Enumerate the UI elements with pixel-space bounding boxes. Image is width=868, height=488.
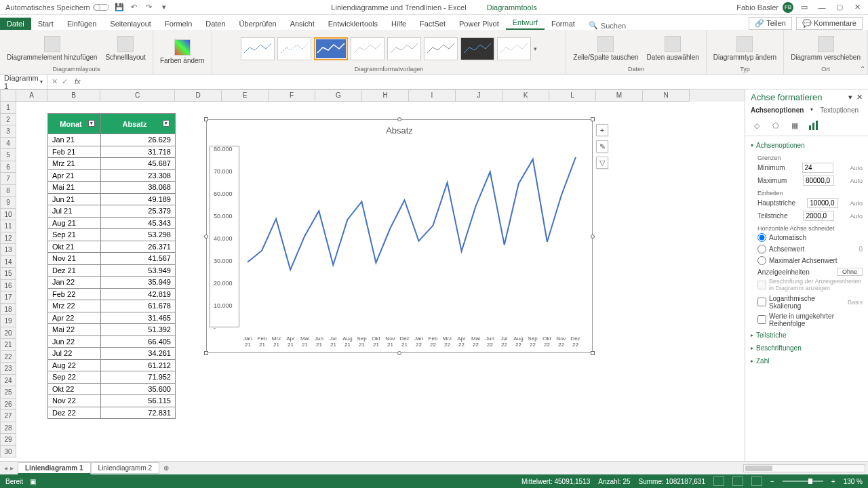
filter-icon[interactable]: ▾ <box>88 120 95 127</box>
resize-handle[interactable] <box>591 117 595 121</box>
zoom-out-icon[interactable]: − <box>770 478 774 485</box>
resize-handle[interactable] <box>397 117 401 121</box>
style-gallery-more-icon[interactable]: ▾ <box>534 45 537 52</box>
table-row[interactable]: Dez 2153.949 <box>48 264 176 277</box>
chart-style-4[interactable] <box>351 37 384 60</box>
row-header[interactable]: 21 <box>0 339 16 351</box>
row-header[interactable]: 1 <box>0 102 16 114</box>
table-row[interactable]: Sep 2271.952 <box>48 371 176 384</box>
row-header[interactable]: 5 <box>0 149 16 161</box>
col-header[interactable]: E <box>222 89 269 102</box>
row-header[interactable]: 6 <box>0 161 16 174</box>
fill-line-icon[interactable]: ◇ <box>751 119 763 131</box>
table-row[interactable]: Mrz 2145.687 <box>48 158 176 170</box>
comments-button[interactable]: 💬 Kommentare <box>796 17 863 30</box>
table-row[interactable]: Sep 2153.298 <box>48 229 176 241</box>
row-header[interactable]: 29 <box>0 434 16 446</box>
row-header[interactable]: 24 <box>0 375 16 387</box>
pane-tab-axis-options[interactable]: Achsenoptionen <box>751 106 804 114</box>
enter-formula-icon[interactable]: ✓ <box>62 77 68 86</box>
col-header[interactable]: A <box>16 89 47 102</box>
row-header[interactable]: 25 <box>0 386 16 399</box>
resize-handle[interactable] <box>591 351 595 355</box>
row-header[interactable]: 22 <box>0 351 16 363</box>
chart-filter-icon[interactable]: ▽ <box>596 157 608 169</box>
table-row[interactable]: Mai 2251.392 <box>48 324 176 336</box>
table-row[interactable]: Jun 2149.189 <box>48 193 176 205</box>
tab-hilfe[interactable]: Hilfe <box>384 18 413 30</box>
switch-row-col-button[interactable]: Zeile/Spalte tauschen <box>570 35 641 62</box>
section-labels[interactable]: Beschriftungen <box>751 342 863 354</box>
section-tick-marks[interactable]: Teilstriche <box>751 329 863 342</box>
row-header[interactable]: 15 <box>0 268 16 280</box>
chart-brush-icon[interactable]: ✎ <box>596 140 608 152</box>
tab-powerpivot[interactable]: Power Pivot <box>452 18 506 30</box>
effects-icon[interactable]: ⬠ <box>770 119 782 131</box>
row-header[interactable]: 2 <box>0 114 16 126</box>
tab-start[interactable]: Start <box>31 18 60 30</box>
undo-icon[interactable]: ↶ <box>130 3 139 12</box>
change-colors-button[interactable]: Farben ändern <box>157 38 208 66</box>
row-header[interactable]: 17 <box>0 291 16 304</box>
col-header[interactable]: K <box>502 89 549 102</box>
add-chart-element-button[interactable]: Diagrammelement hinzufügen <box>4 35 100 62</box>
chart-object[interactable]: Absatz 80.00070.00060.00050.00040.00030.… <box>206 119 593 353</box>
chart-style-6[interactable] <box>424 37 458 60</box>
row-header[interactable]: 19 <box>0 315 16 327</box>
resize-handle[interactable] <box>204 235 208 239</box>
col-header[interactable]: G <box>315 89 362 102</box>
tab-einfuegen[interactable]: Einfügen <box>60 18 103 30</box>
tab-entwickler[interactable]: Entwicklertools <box>321 18 384 30</box>
col-header[interactable]: C <box>100 89 175 102</box>
check-reverse-order[interactable] <box>757 315 766 324</box>
data-table[interactable]: Monat▾Absatz▾ Jan 2126.629Feb 2131.718Mr… <box>47 113 176 419</box>
add-sheet-icon[interactable]: ⊕ <box>159 464 173 472</box>
table-row[interactable]: Apr 2123.308 <box>48 169 176 182</box>
table-row[interactable]: Feb 2131.718 <box>48 146 176 158</box>
zoom-level[interactable]: 130 % <box>844 478 863 485</box>
zoom-in-icon[interactable]: + <box>831 478 835 485</box>
tab-ueberpruefen[interactable]: Überprüfen <box>233 18 283 30</box>
maximum-input[interactable] <box>803 176 834 186</box>
col-header[interactable]: M <box>596 89 643 102</box>
table-row[interactable]: Aug 2261.212 <box>48 359 176 371</box>
col-header[interactable]: F <box>269 89 315 102</box>
tab-seitenlayout[interactable]: Seitenlayout <box>103 18 158 30</box>
table-row[interactable]: Okt 2126.371 <box>48 241 176 253</box>
chart-plot-area[interactable] <box>241 141 583 323</box>
tab-file[interactable]: Datei <box>0 18 31 30</box>
table-row[interactable]: Jan 2126.629 <box>48 134 176 146</box>
section-axis-options[interactable]: Achsenoptionen <box>751 139 863 152</box>
tab-ansicht[interactable]: Ansicht <box>283 18 321 30</box>
minimize-icon[interactable]: — <box>815 1 829 14</box>
row-header[interactable]: 27 <box>0 410 16 422</box>
change-chart-type-button[interactable]: Diagrammtyp ändern <box>711 35 779 62</box>
filter-icon[interactable]: ▾ <box>163 120 170 127</box>
sheet-nav-prev-icon[interactable]: ◂ <box>4 464 7 472</box>
sheet-nav-next-icon[interactable]: ▸ <box>10 464 14 472</box>
chart-style-2[interactable] <box>277 37 311 60</box>
macro-record-icon[interactable]: ▣ <box>30 478 36 485</box>
table-row[interactable]: Feb 2242.819 <box>48 288 176 300</box>
col-header[interactable]: D <box>175 89 222 102</box>
radio-axis-value[interactable] <box>757 245 766 253</box>
col-header[interactable]: J <box>456 89 502 102</box>
resize-handle[interactable] <box>397 351 401 355</box>
cancel-formula-icon[interactable]: ✕ <box>52 77 58 86</box>
qat-dropdown-icon[interactable]: ▾ <box>159 3 169 12</box>
chart-style-3[interactable] <box>314 37 348 60</box>
chart-title[interactable]: Absatz <box>207 120 592 138</box>
chart-plus-icon[interactable]: + <box>596 124 608 136</box>
chart-style-7[interactable] <box>460 37 494 60</box>
name-box[interactable]: Diagramm 1▾ <box>0 74 47 90</box>
major-unit-input[interactable] <box>807 198 838 208</box>
section-number[interactable]: Zahl <box>751 354 863 367</box>
row-header[interactable]: 3 <box>0 125 16 138</box>
resize-handle[interactable] <box>591 235 595 239</box>
select-data-button[interactable]: Daten auswählen <box>644 35 702 62</box>
view-page-break-icon[interactable] <box>751 476 762 486</box>
row-header[interactable]: 14 <box>0 256 16 268</box>
col-header[interactable]: N <box>643 89 690 102</box>
table-row[interactable]: Mai 2138.068 <box>48 182 176 194</box>
tab-format[interactable]: Format <box>545 18 582 30</box>
